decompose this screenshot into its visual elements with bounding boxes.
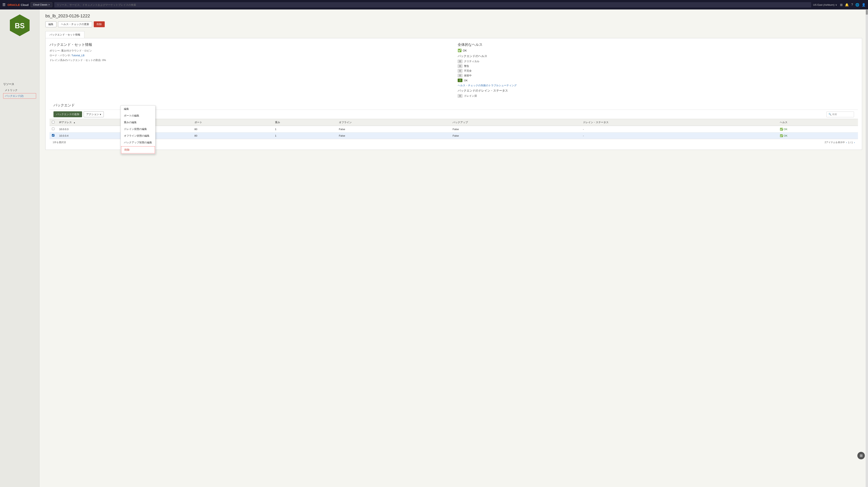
ok-count: 2 [458,79,462,82]
row1-port: 80 [192,126,273,133]
prev-page-button[interactable]: ‹ [846,141,847,144]
hamburger-menu-icon[interactable]: ☰ [2,3,5,7]
policy-row: ポリシー: 重み付けラウンド・ロビン [50,49,450,53]
warning-count: 0 [458,64,462,68]
add-backend-button[interactable]: バックエンドの追加 [54,111,82,117]
oracle-label: ORACLE [7,3,20,6]
context-menu-edit-port[interactable]: ポートの編集 [121,112,155,119]
action-buttons: 編集 ヘルス・チェックの更新 削除 [45,21,862,27]
select-all-checkbox[interactable] [52,121,55,123]
table-row: 10.0.0.4 80 1 False False - ✅ OK [50,133,858,139]
info-right: 全体的なヘルス ✅ OK バックエンドのヘルス 0 クリティカル 0 警告 [458,42,858,99]
global-search-input[interactable] [54,2,811,7]
load-balancer-row: ロード・バランサ: Tutorial_LB [50,54,450,57]
sidebar-metrics-link[interactable]: メトリック [3,88,36,93]
context-menu: 編集 ポートの編集 重みの編集 ドレイン状態の編集 オフライン状態の編集 バック… [121,106,155,154]
header-drain-status: ドレイン・ステータス [581,119,777,126]
right-scrollbar[interactable] [866,9,868,487]
row2-checkbox-cell [50,133,57,139]
bs-hexagon-logo: BS [8,13,32,37]
ok-row: 2 OK [458,79,858,82]
overall-ok-row: ✅ OK [458,49,858,52]
incomplete-count: 0 [458,69,462,73]
resources-title: リソース [3,83,36,86]
left-sidebar: BS リソース メトリック バックエンド(2) [0,9,39,487]
region-selector[interactable]: US East (Ashburn) ∨ [813,3,837,6]
pagination: 2アイテムを表示中 ‹ 1 / 1 › [825,141,855,144]
help-icon[interactable]: ? [851,3,853,7]
backend-health-subtitle: バックエンドのヘルス [458,54,858,58]
selected-count-label: 1件を選択済 [53,141,66,144]
troubleshoot-link[interactable]: ヘルス・チェックの失敗のトラブルシューティング [458,84,517,87]
drained-row: ドレイン済みのバックエンド・セットの割合: 0% [50,58,450,62]
table-row: 10.0.0.3 80 1 False False - ✅ OK [50,126,858,133]
tab-bar: バックエンド・セット情報 [45,31,862,38]
row1-health: ✅ OK [777,126,858,133]
delete-button[interactable]: 削除 [94,21,105,27]
cloud-label: Cloud [21,3,28,6]
next-page-button[interactable]: › [854,141,855,144]
row1-health-icon: ✅ [780,128,783,131]
tab-backend-set-info[interactable]: バックエンド・セット情報 [45,31,85,38]
warning-row: 0 警告 [458,64,858,68]
sidebar-resources-section: リソース メトリック バックエンド(2) [0,81,39,101]
row1-drain-status: - [581,126,777,133]
cloud-classic-button[interactable]: Cloud Classic > [31,2,52,7]
row1-backup: False [450,126,581,133]
action-dropdown-icon: ▾ [100,113,101,116]
user-icon[interactable]: 👤 [862,3,866,7]
backend-table: IPアドレス ▲ ポート 重み オフライン バックアップ ドレイン・ステータス … [50,119,858,139]
row2-port: 80 [192,133,273,139]
table-footer: 1件を選択済 2アイテムを表示中 ‹ 1 / 1 › [50,139,858,146]
help-float-icon: ⊞ [860,453,863,458]
info-panel: バックエンド・セット情報 ポリシー: 重み付けラウンド・ロビン ロード・バランサ… [45,38,862,150]
scrollbar-thumb [866,10,868,15]
context-menu-edit-backup[interactable]: バックアップ状態の編集 [121,139,155,146]
sidebar-backend-link[interactable]: バックエンド(2) [3,93,36,99]
critical-count: 0 [458,60,462,63]
row2-checkbox[interactable] [52,134,55,137]
header-checkbox-col [50,119,57,126]
header-offline: オフライン [337,119,451,126]
context-menu-wrapper: 編集 ポートの編集 重みの編集 ドレイン状態の編集 オフライン状態の編集 バック… [121,106,155,154]
header-weight: 重み [273,119,337,126]
dashboard-icon[interactable]: ⊞ [840,3,842,7]
table-search-box[interactable]: 🔍 検索 [826,112,854,117]
content-area: bs_lb_2023-0126-1222 編集 ヘルス・チェックの更新 削除 バ… [39,9,868,487]
context-menu-edit[interactable]: 編集 [121,106,155,112]
drained-count-row: 0 ドレイン済 [458,94,858,98]
row2-backup: False [450,133,581,139]
context-menu-edit-drain[interactable]: ドレイン状態の編集 [121,126,155,133]
header-port: ポート [192,119,273,126]
bell-icon[interactable]: 🔔 [845,3,849,7]
page-title: bs_lb_2023-0126-1222 [45,13,862,19]
topbar-icons: ⊞ 🔔 ? 🌐 👤 [840,3,866,7]
row1-offline: False [337,126,451,133]
row2-weight: 1 [273,133,337,139]
row1-checkbox[interactable] [52,127,55,130]
pending-row: 0 保留中 [458,74,858,77]
svg-text:BS: BS [14,22,25,30]
context-menu-edit-weight[interactable]: 重みの編集 [121,119,155,126]
topbar: ☰ ORACLE Cloud Cloud Classic > US East (… [0,0,868,9]
oracle-logo: ORACLE Cloud [7,3,29,6]
incomplete-row: 0 不完全 [458,69,858,73]
overall-health-title: 全体的なヘルス [458,42,858,47]
health-check-update-button[interactable]: ヘルス・チェックの更新 [58,21,92,27]
globe-icon[interactable]: 🌐 [856,3,859,7]
ip-sort-arrow: ▲ [73,121,75,123]
backend-set-info-title: バックエンド・セット情報 [50,42,450,47]
drain-status-subtitle: バックエンドのドレイン・ステータス [458,89,858,93]
action-dropdown-button[interactable]: アクション ▾ [84,111,104,117]
edit-button[interactable]: 編集 [45,21,56,27]
context-menu-edit-offline[interactable]: オフライン状態の編集 [121,133,155,139]
critical-row: 0 クリティカル [458,60,858,63]
drained-count: 0 [458,94,462,98]
search-icon: 🔍 [829,113,832,116]
context-menu-delete[interactable]: 削除 [121,146,155,153]
info-left: バックエンド・セット情報 ポリシー: 重み付けラウンド・ロビン ロード・バランサ… [50,42,450,99]
load-balancer-link[interactable]: Tutorial_LB [71,54,85,57]
row2-health: ✅ OK [777,133,858,139]
overall-ok-icon: ✅ [458,49,462,52]
help-float-button[interactable]: ⊞ [857,452,865,459]
